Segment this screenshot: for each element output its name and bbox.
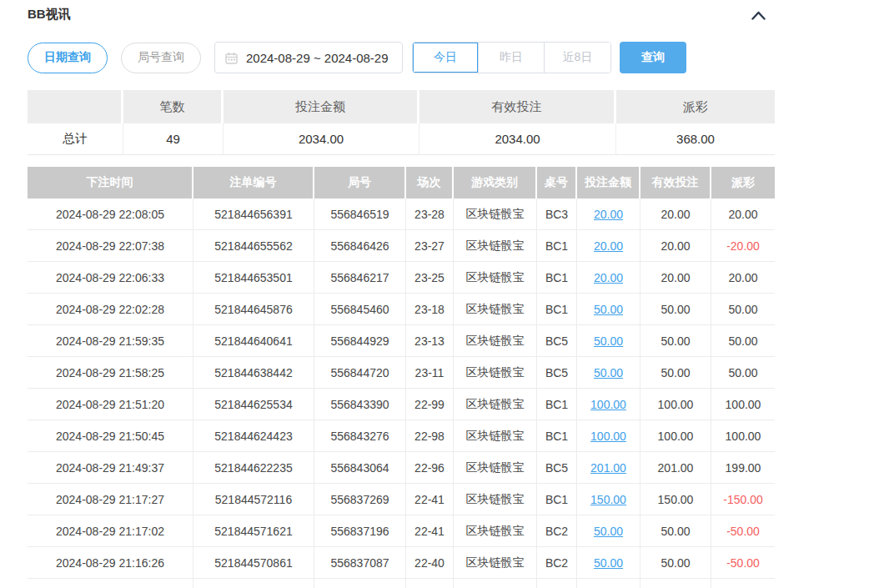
cell-bet-id: 521844625534 [193, 389, 314, 420]
cell-bet-amount[interactable]: 201.00 [577, 452, 640, 484]
cell-payout: 50.00 [711, 325, 775, 357]
cell-bet-amount[interactable]: 100.00 [577, 420, 640, 452]
cell-payout: -150.00 [711, 484, 775, 515]
cell-payout: 20.00 [711, 199, 775, 230]
summary-header-bet-amount: 投注金额 [224, 90, 419, 123]
cell-bet-time: 2024-08-29 21:17:02 [28, 515, 193, 547]
cell-bet-time: 2024-08-29 21:49:37 [28, 452, 193, 484]
cell-table-no: BC1 [537, 484, 577, 515]
records-table-header: 下注时间 注单编号 局号 场次 游戏类别 桌号 投注金额 有效投注 派彩 [28, 167, 775, 199]
cell-table-no: BC2 [537, 515, 577, 547]
cell-empty [640, 579, 711, 588]
cell-valid-bet: 150.00 [640, 484, 711, 515]
cell-bet-amount[interactable]: 50.00 [577, 515, 640, 547]
cell-empty [537, 579, 577, 588]
today-button[interactable]: 今日 [413, 43, 479, 73]
table-row: 2024-08-29 21:17:02521844571621556837196… [28, 515, 775, 547]
cell-session: 23-27 [406, 230, 454, 262]
cell-game-type: 区块链骰宝 [454, 325, 537, 357]
cell-bet-amount[interactable]: 20.00 [577, 262, 640, 294]
filter-bar: 日期查询 局号查询 2024-08-29 ~ 2024-08-29 今日 昨日 … [28, 42, 853, 73]
summary-header-row: 笔数 投注金额 有效投注 派彩 [28, 90, 775, 123]
yesterday-button[interactable]: 昨日 [479, 43, 545, 73]
summary-header-empty [28, 90, 123, 123]
cell-bet-amount[interactable]: 150.00 [577, 484, 640, 515]
cell-payout: 100.00 [711, 420, 775, 452]
quick-range-group: 今日 昨日 近8日 [412, 42, 611, 73]
header-table-no: 桌号 [537, 167, 577, 199]
cell-round-no: 556843064 [314, 452, 406, 484]
cell-bet-time: 2024-08-29 21:58:25 [28, 357, 193, 389]
cell-valid-bet: 20.00 [640, 199, 711, 230]
cell-bet-time: 2024-08-29 22:07:38 [28, 230, 193, 262]
search-button[interactable]: 查询 [620, 42, 686, 73]
cell-session: 22-99 [406, 389, 454, 420]
cell-bet-id: 521844656391 [193, 199, 314, 230]
cell-bet-amount[interactable]: 50.00 [577, 325, 640, 357]
cell-empty [193, 579, 314, 588]
cell-game-type: 区块链骰宝 [454, 294, 537, 325]
cell-bet-amount[interactable]: 50.00 [577, 294, 640, 325]
cell-table-no: BC5 [537, 452, 577, 484]
summary-total-count: 49 [123, 123, 224, 155]
panel-header: BB视讯 [28, 7, 775, 25]
cell-bet-id: 521844570861 [193, 547, 314, 579]
cell-bet-amount[interactable]: 100.00 [577, 389, 640, 420]
table-row: 2024-08-29 21:50:45521844624423556843276… [28, 420, 775, 452]
date-range-picker[interactable]: 2024-08-29 ~ 2024-08-29 [214, 42, 403, 73]
cell-bet-id: 521844640641 [193, 325, 314, 357]
chevron-up-icon [751, 11, 766, 20]
cell-payout: -50.00 [711, 515, 775, 547]
cell-bet-id: 521844622235 [193, 452, 314, 484]
cell-empty [711, 579, 775, 588]
table-row: 2024-08-29 21:59:35521844640641556844929… [28, 325, 775, 357]
cell-payout: -50.00 [711, 547, 775, 579]
cell-payout: 20.00 [711, 262, 775, 294]
cell-table-no: BC1 [537, 230, 577, 262]
last8days-button[interactable]: 近8日 [545, 43, 610, 73]
cell-valid-bet: 100.00 [640, 420, 711, 452]
cell-bet-id: 521844655562 [193, 230, 314, 262]
date-query-tab[interactable]: 日期查询 [28, 43, 108, 73]
cell-bet-id: 521844638442 [193, 357, 314, 389]
cell-bet-time: 2024-08-29 21:17:27 [28, 484, 193, 515]
cell-empty [577, 579, 640, 588]
cell-session: 23-25 [406, 262, 454, 294]
cell-bet-amount[interactable]: 50.00 [577, 547, 640, 579]
header-round-no: 局号 [314, 167, 406, 199]
page-title: BB视讯 [28, 7, 71, 21]
table-row-partial [28, 579, 775, 588]
cell-bet-time: 2024-08-29 22:08:05 [28, 199, 193, 230]
cell-session: 23-11 [406, 357, 454, 389]
cell-session: 23-28 [406, 199, 454, 230]
summary-header-valid-bet: 有效投注 [419, 90, 616, 123]
cell-table-no: BC3 [537, 199, 577, 230]
cell-bet-id: 521844624423 [193, 420, 314, 452]
collapse-button[interactable] [751, 8, 766, 23]
cell-round-no: 556837269 [314, 484, 406, 515]
cell-empty [454, 579, 537, 588]
cell-valid-bet: 201.00 [640, 452, 711, 484]
cell-game-type: 区块链骰宝 [454, 230, 537, 262]
cell-round-no: 556837196 [314, 515, 406, 547]
cell-payout: 199.00 [711, 452, 775, 484]
cell-bet-amount[interactable]: 50.00 [577, 357, 640, 389]
cell-game-type: 区块链骰宝 [454, 389, 537, 420]
round-query-tab[interactable]: 局号查询 [121, 43, 201, 73]
cell-empty [406, 579, 454, 588]
cell-bet-amount[interactable]: 20.00 [577, 199, 640, 230]
table-row: 2024-08-29 21:17:27521844572116556837269… [28, 484, 775, 515]
cell-payout: 50.00 [711, 294, 775, 325]
summary-total-row: 总计 49 2034.00 2034.00 368.00 [28, 123, 775, 155]
cell-game-type: 区块链骰宝 [454, 452, 537, 484]
cell-bet-time: 2024-08-29 22:06:33 [28, 262, 193, 294]
cell-game-type: 区块链骰宝 [454, 199, 537, 230]
header-valid-bet: 有效投注 [640, 167, 711, 199]
records-table-body: 2024-08-29 22:08:05521844656391556846519… [28, 199, 775, 588]
header-session: 场次 [406, 167, 454, 199]
cell-table-no: BC1 [537, 294, 577, 325]
cell-bet-amount[interactable]: 20.00 [577, 230, 640, 262]
cell-session: 23-13 [406, 325, 454, 357]
summary-total-payout: 368.00 [616, 123, 775, 155]
cell-round-no: 556846217 [314, 262, 406, 294]
